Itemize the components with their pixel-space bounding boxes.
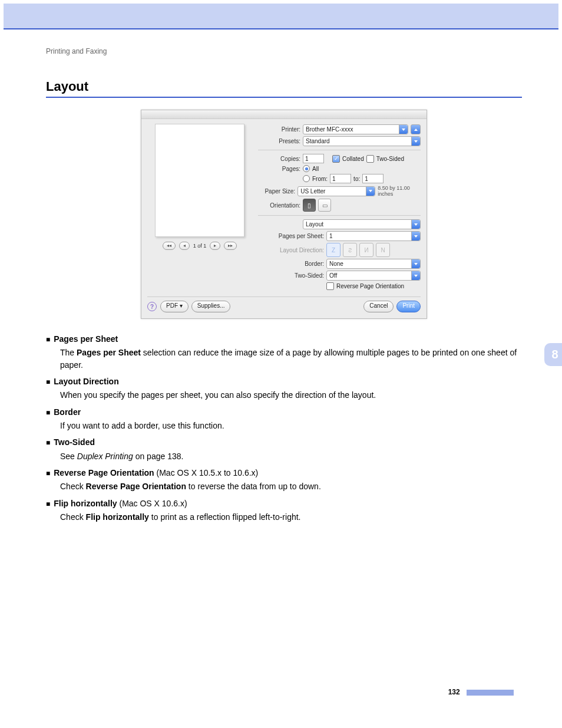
item-title: Layout Direction	[54, 375, 118, 387]
supplies-button[interactable]: Supplies...	[191, 301, 231, 312]
copies-input[interactable]: 1	[303, 154, 324, 163]
dropdown-arrow-icon	[411, 271, 420, 280]
print-preview-page	[155, 124, 244, 237]
pages-to-input[interactable]: 1	[362, 174, 384, 183]
panel-select[interactable]: Layout	[303, 219, 421, 229]
pages-range-radio[interactable]	[303, 175, 310, 182]
paper-size-value: US Letter	[300, 188, 325, 195]
item-title: Border	[54, 406, 81, 418]
print-dialog-screenshot: ◂◂ ◂ 1 of 1 ▸ ▸▸ Printer: Brother MFC-xx	[46, 110, 522, 319]
preview-prev-button[interactable]: ◂	[179, 242, 190, 250]
border-select[interactable]: None	[326, 259, 421, 269]
border-value: None	[329, 261, 343, 267]
dialog-titlebar	[141, 110, 427, 119]
printer-label: Printer:	[258, 126, 300, 133]
separator	[258, 215, 421, 216]
print-preview-column: ◂◂ ◂ 1 of 1 ▸ ▸▸	[147, 123, 252, 292]
dropdown-arrow-icon	[411, 232, 420, 241]
bullet-icon: ■	[46, 438, 50, 448]
item-title: Two-Sided	[54, 436, 95, 448]
page-footer: 132	[46, 688, 522, 708]
collated-label: Collated	[342, 156, 364, 162]
two-sided-select-label: Two-Sided:	[258, 272, 324, 279]
panel-select-value: Layout	[306, 221, 323, 228]
pages-per-sheet-value: 1	[329, 233, 333, 239]
dropdown-arrow-icon	[411, 259, 420, 268]
item-desc: The Pages per Sheet selection can reduce…	[60, 347, 522, 371]
presets-label: Presets:	[258, 138, 300, 144]
section-title: Layout	[46, 79, 522, 94]
layout-direction-label: Layout Direction:	[258, 247, 324, 253]
print-options-column: Printer: Brother MFC-xxxx Presets: Stand…	[258, 123, 421, 292]
pages-all-label: All	[312, 166, 319, 172]
preview-first-button[interactable]: ◂◂	[163, 242, 176, 250]
chapter-tab: 8	[544, 343, 562, 366]
preview-last-button[interactable]: ▸▸	[224, 242, 237, 250]
orientation-label: Orientation:	[258, 202, 300, 209]
preview-page-indicator: 1 of 1	[193, 243, 207, 249]
bullet-icon: ■	[46, 408, 50, 418]
pages-from-input[interactable]: 1	[330, 174, 351, 183]
collated-checkbox[interactable]	[332, 155, 340, 163]
top-decorative-band	[4, 4, 558, 28]
item-desc: Check Flip horizontally to print as a re…	[60, 511, 522, 523]
pages-per-sheet-label: Pages per Sheet:	[258, 233, 324, 239]
item-desc: When you specify the pages per sheet, yo…	[60, 389, 522, 401]
list-item: ■ Reverse Page Orientation (Mac OS X 10.…	[46, 467, 522, 479]
layout-direction-4[interactable]: N	[376, 243, 390, 257]
orientation-landscape-button[interactable]: ▭	[318, 199, 331, 212]
pages-per-sheet-select[interactable]: 1	[326, 231, 421, 241]
dropdown-arrow-icon	[411, 137, 420, 146]
pages-to-label: to:	[353, 176, 360, 182]
item-desc: Check Reverse Page Orientation to revers…	[60, 480, 522, 492]
page-number: 132	[448, 688, 460, 696]
two-sided-checkbox-label: Two-Sided	[376, 156, 404, 162]
dropdown-arrow-icon	[366, 187, 375, 196]
footer-bar-icon	[467, 690, 514, 696]
bullet-icon: ■	[46, 469, 50, 479]
cancel-button[interactable]: Cancel	[363, 301, 394, 312]
presets-select[interactable]: Standard	[303, 136, 421, 146]
copies-label: Copies:	[258, 156, 300, 162]
preview-next-button[interactable]: ▸	[210, 242, 220, 250]
dropdown-arrow-icon	[399, 125, 408, 134]
layout-description-list: ■ Pages per Sheet The Pages per Sheet se…	[46, 333, 522, 523]
pages-label: Pages:	[258, 166, 300, 172]
section-title-rule	[46, 97, 522, 98]
list-item: ■ Border	[46, 406, 522, 418]
list-item: ■ Flip horizontally (Mac OS X 10.6.x)	[46, 498, 522, 509]
item-title: Flip horizontally	[54, 499, 117, 508]
printer-select[interactable]: Brother MFC-xxxx	[303, 124, 408, 134]
two-sided-checkbox[interactable]	[366, 155, 374, 163]
paper-size-hint: 8.50 by 11.00 inches	[378, 185, 421, 197]
paper-size-select[interactable]: US Letter	[297, 186, 375, 196]
orientation-portrait-button[interactable]: ▯	[303, 199, 316, 212]
border-label: Border:	[258, 261, 324, 267]
printer-status-button[interactable]	[411, 124, 421, 134]
presets-value: Standard	[306, 138, 330, 144]
item-title: Pages per Sheet	[54, 333, 118, 345]
bullet-icon: ■	[46, 377, 50, 387]
print-button[interactable]: Print	[396, 301, 421, 312]
item-title: Reverse Page Orientation	[54, 468, 154, 477]
layout-direction-2[interactable]: Ƨ	[343, 243, 357, 257]
pages-all-radio[interactable]	[303, 165, 310, 172]
paper-size-label: Paper Size:	[258, 188, 295, 195]
pdf-button[interactable]: PDF ▾	[160, 301, 189, 312]
dropdown-arrow-icon	[411, 220, 420, 229]
item-desc: See Duplex Printing on page 138.	[60, 450, 522, 462]
running-head: Printing and Faxing	[46, 47, 522, 55]
reverse-orientation-checkbox[interactable]	[326, 282, 334, 290]
two-sided-select[interactable]: Off	[326, 271, 421, 281]
list-item: ■ Two-Sided	[46, 436, 522, 448]
bullet-icon: ■	[46, 335, 50, 345]
help-icon[interactable]: ?	[147, 302, 157, 311]
list-item: ■ Layout Direction	[46, 375, 522, 387]
pages-from-label: From:	[312, 176, 328, 182]
layout-direction-1[interactable]: Z	[326, 243, 340, 257]
list-item: ■ Pages per Sheet	[46, 333, 522, 345]
bullet-icon: ■	[46, 499, 50, 509]
layout-direction-3[interactable]: И	[359, 243, 373, 257]
separator	[258, 150, 421, 150]
item-desc: If you want to add a border, use this fu…	[60, 420, 522, 431]
